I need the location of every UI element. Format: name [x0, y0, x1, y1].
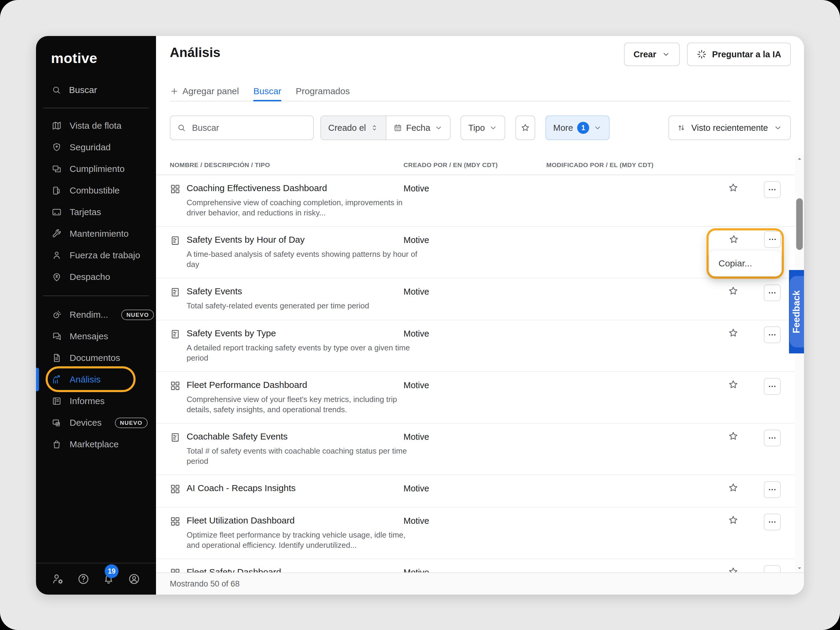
context-menu: Copiar... [709, 251, 781, 276]
date-filter[interactable]: Fecha [387, 116, 450, 139]
row-name[interactable]: Safety Events by Hour of Day [186, 235, 305, 245]
star-icon[interactable] [728, 182, 739, 193]
sidebar-item-marketplace[interactable]: Marketplace [36, 434, 156, 455]
sidebar-item-label: Despacho [69, 272, 110, 282]
search-input[interactable] [191, 123, 306, 133]
person-icon [52, 250, 62, 261]
ask-ai-button[interactable]: Preguntar a la IA [687, 43, 791, 66]
scroll-up-arrow-icon[interactable] [796, 155, 803, 162]
row-menu-button[interactable] [764, 327, 781, 343]
row-name[interactable]: Fleet Performance Dashboard [186, 380, 307, 390]
chevron-down-icon [434, 123, 443, 132]
sidebar-item-despacho[interactable]: Despacho [36, 266, 156, 288]
tab-agregar-panel[interactable]: Agregar panel [170, 82, 239, 101]
table-row[interactable]: Coaching Effectiveness DashboardComprehe… [156, 175, 795, 227]
star-icon[interactable] [728, 379, 739, 390]
table-row[interactable]: Safety Events by Hour of DayA time-based… [156, 227, 795, 278]
more-filters-button[interactable]: More 1 [545, 115, 609, 140]
tab-programados[interactable]: Programados [296, 82, 350, 101]
row-menu-button[interactable] [764, 565, 781, 572]
table-row[interactable]: Safety EventsTotal safety-related events… [156, 278, 795, 321]
star-icon[interactable] [728, 515, 739, 526]
row-menu-button[interactable] [764, 231, 781, 248]
row-name[interactable]: Safety Events [186, 286, 242, 297]
sidebar-item-devices[interactable]: DevicesNUEVO [36, 412, 156, 434]
star-icon[interactable] [728, 567, 739, 572]
notification-count-badge: 19 [105, 564, 118, 578]
star-icon[interactable] [728, 328, 739, 338]
row-menu-button[interactable] [764, 378, 781, 395]
nuevo-badge: NUEVO [121, 309, 154, 320]
wrench-icon [52, 229, 62, 239]
row-created-by: Motive [404, 381, 429, 390]
star-icon[interactable] [728, 482, 739, 493]
table-row[interactable]: Coachable Safety EventsTotal # of safety… [156, 423, 795, 475]
table-row[interactable]: AI Coach - Recaps InsightsMotive [156, 475, 795, 508]
row-name[interactable]: AI Coach - Recaps Insights [186, 483, 296, 493]
scrollbar-thumb[interactable] [796, 198, 803, 250]
sort-updown-icon [370, 123, 379, 132]
sidebar-item-combustible[interactable]: Combustible [36, 180, 156, 201]
menu-item-copy[interactable]: Copiar... [718, 258, 752, 268]
row-created-by: Motive [404, 329, 429, 339]
sidebar-item-documentos[interactable]: Documentos [36, 347, 156, 369]
favorites-filter[interactable] [515, 115, 535, 140]
feedback-tab[interactable]: Feedback [789, 270, 804, 354]
star-icon[interactable] [728, 286, 739, 297]
created-on-filter[interactable]: Creado el [321, 116, 387, 139]
row-name[interactable]: Fleet Safety Dashboard [186, 567, 281, 572]
sidebar-item-informes[interactable]: Informes [36, 390, 156, 412]
table-row[interactable]: Fleet Utilization DashboardOptimize flee… [156, 508, 795, 559]
star-icon[interactable] [728, 431, 739, 442]
row-description: A detailed report tracking safety events… [186, 343, 421, 363]
sidebar-item-fuerza-de-trabajo[interactable]: Fuerza de trabajo [36, 245, 156, 266]
sidebar-search[interactable]: Buscar [52, 85, 156, 95]
messages-icon [52, 331, 62, 341]
create-button[interactable]: Crear [624, 43, 680, 66]
scroll-down-arrow-icon[interactable] [796, 565, 803, 572]
ellipsis-icon [768, 569, 777, 572]
user-gear-icon[interactable] [52, 573, 64, 585]
star-icon[interactable] [728, 234, 739, 245]
chevron-down-icon [594, 123, 602, 132]
vertical-scrollbar[interactable] [795, 155, 804, 572]
sidebar-item-analisis[interactable]: Análisis [36, 369, 156, 390]
sidebar-item-label: Mensajes [69, 331, 108, 341]
dashboard-type-icon [170, 183, 181, 194]
ellipsis-icon [768, 382, 777, 391]
sidebar-item-tarjetas[interactable]: Tarjetas [36, 201, 156, 223]
sidebar-divider [43, 295, 149, 296]
row-name[interactable]: Safety Events by Type [186, 328, 276, 338]
row-name[interactable]: Coachable Safety Events [186, 431, 288, 442]
row-menu-button[interactable] [764, 513, 781, 531]
row-menu-button[interactable] [764, 181, 781, 198]
row-menu-button[interactable] [764, 429, 781, 447]
table-row[interactable]: Safety Events by TypeA detailed report t… [156, 321, 795, 372]
type-filter[interactable]: Tipo [461, 115, 505, 140]
search-input-wrapper [170, 115, 314, 140]
row-name[interactable]: Fleet Utilization Dashboard [186, 515, 295, 526]
dashboard-icon [170, 483, 181, 494]
performance-icon [52, 309, 62, 320]
row-description: Comprehensive view of your fleet's key m… [186, 394, 421, 415]
row-menu-button[interactable] [764, 284, 781, 301]
row-menu-button[interactable] [764, 481, 781, 498]
help-icon[interactable] [77, 573, 90, 585]
sidebar-item-cumplimiento[interactable]: Cumplimiento [36, 158, 156, 180]
ellipsis-icon [768, 518, 777, 526]
row-name[interactable]: Coaching Effectiveness Dashboard [186, 183, 327, 193]
table-row[interactable]: Fleet Safety DashboardMotive [156, 559, 795, 572]
sidebar-item-vista-de-flota[interactable]: Vista de flota [36, 115, 156, 136]
table-row[interactable]: Fleet Performance DashboardComprehensive… [156, 372, 795, 423]
sidebar-item-mensajes[interactable]: Mensajes [36, 325, 156, 347]
sidebar-item-mantenimiento[interactable]: Mantenimiento [36, 223, 156, 245]
profile-icon[interactable] [128, 573, 141, 585]
ellipsis-icon [768, 235, 777, 244]
sidebar-item-seguridad[interactable]: Seguridad [36, 136, 156, 158]
sidebar-item-rendim[interactable]: Rendim...NUEVO [36, 304, 156, 325]
bell-icon[interactable]: 19 [102, 573, 115, 585]
nuevo-badge: NUEVO [115, 418, 148, 428]
sort-dropdown[interactable]: Visto recientemente [668, 115, 791, 140]
tab-buscar[interactable]: Buscar [253, 82, 281, 101]
reports-icon [52, 396, 62, 406]
